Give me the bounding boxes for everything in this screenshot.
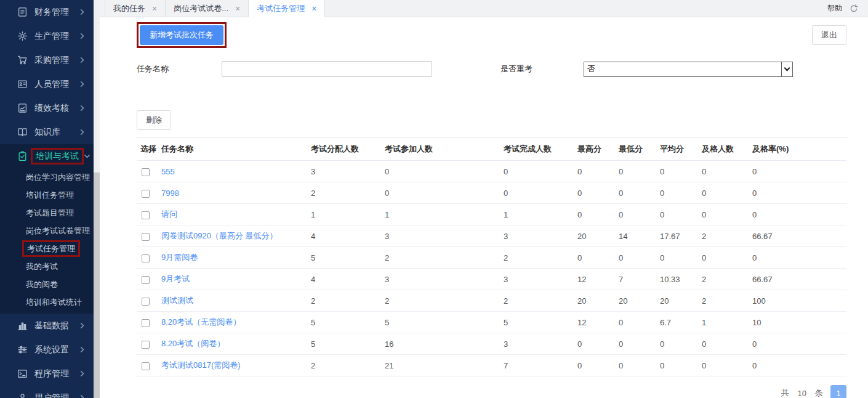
sidebar-subitem[interactable]: 考试任务管理	[0, 240, 94, 258]
task-name-link[interactable]: 9月考试	[161, 274, 190, 283]
pagination-total-suffix: 条	[815, 388, 823, 398]
sidebar-item[interactable]: 采购管理	[0, 48, 94, 72]
sidebar-scrollbar[interactable]	[94, 0, 100, 398]
sidebar-subitem[interactable]: 培训和考试统计	[0, 293, 94, 311]
column-header: 最高分	[577, 138, 619, 161]
value-cell: 0	[577, 204, 619, 225]
sidebar-item[interactable]: 绩效考核	[0, 96, 94, 120]
column-header: 最低分	[619, 138, 660, 161]
table-row: 考试测试0817(需阅卷)221700000	[137, 355, 846, 376]
retake-select[interactable]: 否	[584, 62, 793, 77]
value-cell: 0	[702, 333, 752, 355]
row-checkbox[interactable]	[142, 276, 150, 284]
sidebar-item[interactable]: 程序管理	[0, 362, 94, 386]
sidebar-item[interactable]: 知识库	[0, 120, 94, 144]
chevron-right-icon	[79, 9, 86, 15]
task-name-link[interactable]: 7998	[161, 189, 179, 198]
page-button-1[interactable]: 1	[830, 385, 846, 398]
sidebar-item[interactable]: 生产管理	[0, 24, 94, 48]
column-header: 考试分配人数	[311, 138, 385, 161]
add-exam-batch-task-button[interactable]: 新增考试批次任务	[140, 25, 223, 45]
select-cell	[137, 355, 161, 376]
row-checkbox[interactable]	[142, 298, 150, 306]
value-cell: 0	[702, 355, 752, 376]
task-name-link[interactable]: 8.20考试（无需阅卷）	[161, 317, 241, 327]
task-name-link[interactable]: 555	[161, 167, 175, 176]
sidebar-subitem[interactable]: 岗位考试试卷管理	[0, 222, 94, 240]
task-name-link[interactable]: 请问	[161, 209, 177, 219]
sidebar-subitem[interactable]: 岗位学习内容管理	[0, 168, 94, 186]
value-cell: 0	[577, 333, 619, 355]
sidebar-subitem[interactable]: 我的考试	[0, 258, 94, 275]
people-icon	[17, 79, 28, 89]
exam-task-table: 选择任务名称考试分配人数考试参加人数考试完成人数最高分最低分平均分及格人数及格率…	[137, 137, 846, 376]
task-name-input[interactable]	[222, 61, 432, 77]
sidebar-expanded-section: 培训与考试岗位学习内容管理培训任务管理考试题目管理岗位考试试卷管理考试任务管理我…	[0, 144, 94, 314]
task-name-link[interactable]: 测试测试	[161, 296, 193, 305]
sidebar-item[interactable]: 基础数据	[0, 314, 94, 338]
sidebar-item[interactable]: 用户管理	[0, 386, 94, 398]
sidebar-item-label: 财务管理	[34, 7, 79, 18]
clipboard-icon	[17, 151, 28, 161]
close-icon[interactable]: ×	[311, 4, 316, 13]
sidebar-item[interactable]: 培训与考试	[0, 144, 94, 168]
sidebar-item-label: 知识库	[34, 127, 79, 138]
row-checkbox[interactable]	[142, 362, 150, 370]
sidebar-item-label: 系统设置	[34, 344, 79, 355]
help-link[interactable]: 帮助	[827, 3, 842, 14]
row-checkbox[interactable]	[142, 190, 150, 198]
sidebar-item-label: 采购管理	[34, 55, 79, 66]
row-checkbox[interactable]	[142, 211, 150, 219]
value-cell: 0	[702, 182, 752, 204]
value-cell: 4	[311, 269, 385, 290]
value-cell: 12	[577, 269, 619, 290]
tab-active[interactable]: 考试任务管理×	[248, 0, 325, 17]
value-cell: 5	[311, 312, 385, 333]
row-checkbox[interactable]	[142, 254, 150, 262]
tab[interactable]: 岗位考试试卷...×	[165, 0, 248, 17]
sidebar-item-label: 程序管理	[34, 368, 79, 380]
table-row: 9月需阅卷52200000	[137, 247, 846, 269]
gear-icon	[17, 31, 28, 41]
column-header: 任务名称	[161, 138, 311, 161]
sidebar-item[interactable]: 人员管理	[0, 72, 94, 96]
sidebar: 财务管理生产管理采购管理人员管理绩效考核知识库培训与考试岗位学习内容管理培训任务…	[0, 0, 94, 398]
sidebar-subitem[interactable]: 培训任务管理	[0, 186, 94, 204]
tabbar-right: 帮助	[827, 0, 868, 17]
task-name-link[interactable]: 阅卷测试0920（最高分 最低分）	[161, 231, 278, 240]
close-icon[interactable]: ×	[235, 4, 240, 13]
user-icon	[17, 392, 28, 398]
value-cell: 0	[660, 161, 702, 182]
close-icon[interactable]: ×	[152, 4, 157, 13]
delete-button[interactable]: 删除	[137, 110, 171, 130]
chevron-right-icon	[79, 346, 86, 353]
select-cell	[137, 161, 161, 182]
value-cell: 100	[752, 290, 846, 312]
table-row: 8.20考试（阅卷）516300000	[137, 333, 846, 355]
sidebar-item[interactable]: 财务管理	[0, 0, 94, 24]
select-dropdown-button[interactable]	[781, 62, 792, 76]
refresh-icon[interactable]	[850, 4, 858, 13]
pagination-total-prefix: 共	[781, 388, 789, 398]
task-name-cell: 测试测试	[161, 290, 311, 312]
row-checkbox[interactable]	[142, 168, 150, 176]
annotation-box-subitem: 考试任务管理	[22, 240, 80, 257]
sidebar-item[interactable]: 系统设置	[0, 338, 94, 362]
select-cell	[137, 290, 161, 312]
task-name-link[interactable]: 考试测试0817(需阅卷)	[161, 360, 241, 370]
value-cell: 5	[311, 247, 385, 269]
task-name-link[interactable]: 8.20考试（阅卷）	[161, 339, 225, 348]
tab[interactable]: 我的任务×	[105, 0, 165, 17]
row-checkbox[interactable]	[142, 341, 150, 349]
value-cell: 3	[385, 269, 504, 290]
chevron-right-icon	[79, 370, 86, 377]
task-name-link[interactable]: 9月需阅卷	[161, 253, 198, 262]
sidebar-subitem[interactable]: 我的阅卷	[0, 275, 94, 293]
row-checkbox[interactable]	[142, 319, 150, 327]
row-checkbox[interactable]	[142, 233, 150, 241]
exit-button[interactable]: 退出	[812, 25, 846, 45]
value-cell: 0	[619, 182, 660, 204]
sidebar-scrollbar-thumb[interactable]	[94, 173, 100, 398]
value-cell: 7	[619, 269, 660, 290]
sidebar-subitem[interactable]: 考试题目管理	[0, 204, 94, 222]
